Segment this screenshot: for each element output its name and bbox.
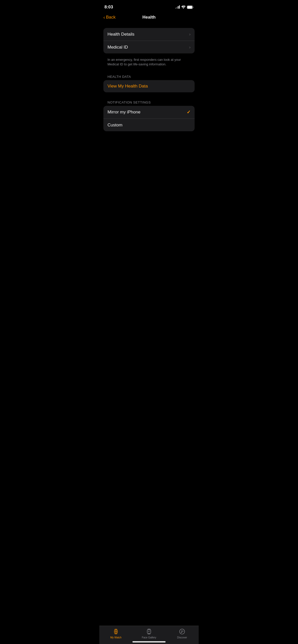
back-button[interactable]: ‹ Back: [103, 15, 116, 20]
signal-icon: [175, 6, 180, 9]
medical-id-footer: In an emergency, first responders can lo…: [103, 55, 195, 71]
checkmark-icon: ✓: [187, 109, 191, 115]
notification-group: Mirror my iPhone ✓ Custom: [103, 106, 195, 131]
health-section-group: Health Details › Medical ID ›: [103, 28, 195, 53]
chevron-right-icon-2: ›: [189, 45, 191, 50]
view-health-data-label: View My Health Data: [107, 84, 148, 89]
health-details-label: Health Details: [107, 32, 134, 37]
wifi-icon: [181, 6, 185, 9]
view-health-data-button[interactable]: View My Health Data: [103, 80, 195, 92]
status-icons: [175, 6, 194, 9]
notification-settings-header: Notification Settings: [103, 96, 195, 106]
status-time: 8:03: [104, 5, 113, 10]
mirror-iphone-label: Mirror my iPhone: [107, 110, 140, 115]
custom-item[interactable]: Custom: [103, 119, 195, 131]
svg-rect-1: [187, 6, 192, 8]
main-content: Health Details › Medical ID › In an emer…: [99, 24, 199, 131]
back-label: Back: [106, 15, 116, 20]
medical-id-item[interactable]: Medical ID ›: [103, 41, 195, 53]
svg-rect-2: [193, 7, 194, 8]
health-details-item[interactable]: Health Details ›: [103, 28, 195, 41]
battery-icon: [187, 6, 194, 9]
chevron-left-icon: ‹: [103, 15, 105, 20]
status-bar: 8:03: [99, 0, 199, 13]
custom-label: Custom: [107, 123, 123, 128]
nav-bar: ‹ Back Health: [99, 13, 199, 24]
health-data-header: Health Data: [103, 71, 195, 80]
chevron-right-icon: ›: [189, 32, 191, 37]
mirror-iphone-item[interactable]: Mirror my iPhone ✓: [103, 106, 195, 119]
medical-id-label: Medical ID: [107, 45, 128, 50]
page-title: Health: [142, 15, 156, 20]
